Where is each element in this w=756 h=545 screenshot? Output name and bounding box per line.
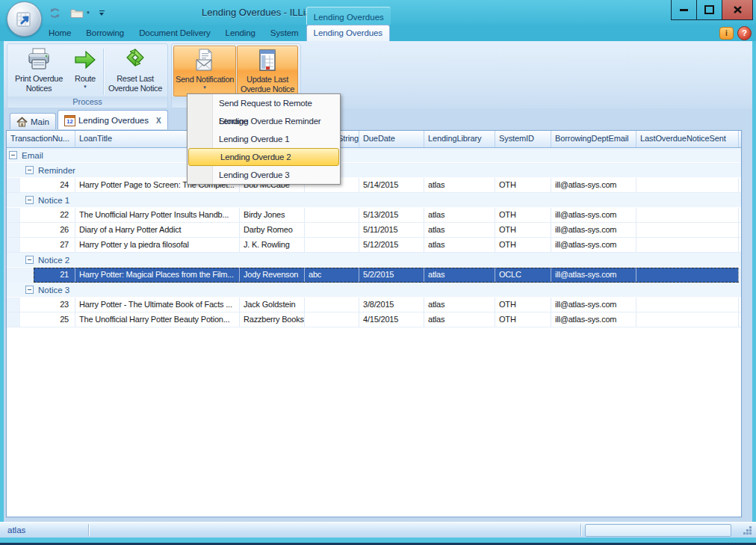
cell-string	[305, 223, 359, 237]
data-row-25[interactable]: 25The Unofficial Harry Potter Beauty Pot…	[7, 312, 741, 327]
refresh-icon	[49, 7, 61, 19]
minimize-icon	[680, 9, 688, 11]
cell-systemid: OCLC	[495, 268, 551, 282]
lending-overdues-grid: TransactionNu...LoanTitleStringDueDateLe…	[6, 130, 742, 517]
ribbon-tab-system[interactable]: System	[263, 25, 306, 41]
group-row-email[interactable]: Email	[7, 148, 741, 163]
group-label: Notice 2	[38, 256, 69, 265]
close-button[interactable]	[722, 0, 753, 20]
minimize-button[interactable]	[671, 0, 697, 20]
ribbon-tab-row: HomeBorrowingDocument DeliveryLendingSys…	[0, 25, 756, 41]
cell-lastoverduenoticesent	[636, 238, 739, 252]
title-bar: ▼ Lending Overdues - ILLiad Client Lendi…	[0, 0, 756, 25]
group-row-reminder[interactable]: Reminder	[7, 163, 741, 178]
cell-duedate: 3/8/2015	[359, 298, 424, 312]
app-menu-button[interactable]	[7, 1, 42, 37]
ribbon-tab-borrowing[interactable]: Borrowing	[78, 25, 131, 41]
ribbon-tab-home[interactable]: Home	[41, 25, 78, 41]
column-header-transactionnu[interactable]: TransactionNu...	[7, 131, 75, 147]
cell-lendinglibrary: atlas	[424, 238, 495, 252]
ribbon-tab-lending-overdues[interactable]: Lending Overdues	[306, 25, 390, 42]
menu-item-lending-overdue-3[interactable]: Lending Overdue 3	[188, 166, 340, 184]
data-row-27[interactable]: 27Harry Potter y la piedra filosofalJ. K…	[7, 238, 741, 253]
cell-transactionnu: 25	[7, 312, 75, 327]
cell-string	[305, 312, 359, 327]
collapse-icon[interactable]	[25, 166, 34, 174]
row-cells: 21Harry Potter: Magical Places from the …	[7, 268, 741, 283]
cell-loantitle: Harry Potter: Magical Places from the Fi…	[75, 268, 240, 282]
illiad-window: ▼ Lending Overdues - ILLiad Client Lendi…	[0, 0, 756, 545]
data-row-22[interactable]: 22The Unofficial Harry Potter Insults Ha…	[7, 208, 741, 223]
cell-loantitle: Harry Potter - The Ultimate Book of Fact…	[75, 298, 240, 312]
cell-col-2: Jack Goldstein	[240, 298, 305, 312]
dropdown-arrow-icon: ▼	[202, 85, 207, 90]
column-header-borrowingdeptemail[interactable]: BorrowingDeptEmail	[551, 131, 636, 147]
group-row-notice-3[interactable]: Notice 3	[7, 283, 741, 298]
button-label: Send Notification	[176, 75, 234, 84]
ribbon-tab-lending[interactable]: Lending	[218, 25, 263, 41]
tab-main[interactable]: Main	[10, 113, 56, 130]
cell-transactionnu: 22	[7, 208, 75, 222]
menu-item-lending-overdue-1[interactable]: Lending Overdue 1	[188, 130, 340, 148]
data-row-26[interactable]: 26Diary of a Harry Potter AddictDarby Ro…	[7, 223, 741, 238]
cell-systemid: OTH	[495, 208, 551, 222]
refresh-button[interactable]	[46, 4, 63, 21]
collapse-icon[interactable]	[25, 256, 34, 264]
update-last-overdue-notice-button[interactable]: Update Last Overdue Notice	[237, 46, 298, 96]
tab-lending-overdues[interactable]: 12 Lending Overdues X	[58, 110, 168, 130]
send-notification-icon	[192, 49, 217, 73]
grid-header-row: TransactionNu...LoanTitleStringDueDateLe…	[7, 131, 741, 148]
ribbon: Print Overdue Notices Route ▼	[4, 41, 752, 110]
collapse-icon[interactable]	[25, 196, 34, 204]
menu-item-lending-overdue-2[interactable]: Lending Overdue 2	[188, 148, 339, 166]
cell-loantitle: Harry Potter y la piedra filosofal	[75, 238, 240, 252]
reset-last-overdue-notice-button[interactable]: Reset Last Overdue Notice	[105, 46, 166, 96]
row-cells: 24Harry Potter Page to Screen: The Compl…	[7, 178, 741, 192]
status-divider	[580, 524, 582, 536]
status-divider	[88, 524, 90, 536]
collapse-icon[interactable]	[9, 151, 17, 159]
open-form-button[interactable]: ▼	[68, 4, 93, 21]
maximize-button[interactable]	[697, 0, 722, 20]
update-spreadsheet-icon	[255, 49, 280, 73]
column-header-lendinglibrary[interactable]: LendingLibrary	[424, 131, 495, 147]
cell-lendinglibrary: atlas	[424, 268, 495, 282]
button-label: Update Last Overdue Notice	[238, 75, 297, 94]
tab-label: Main	[31, 117, 49, 126]
cell-systemid: OTH	[495, 238, 551, 252]
row-cells: 27Harry Potter y la piedra filosofalJ. K…	[7, 238, 741, 252]
data-row-23[interactable]: 23Harry Potter - The Ultimate Book of Fa…	[7, 298, 741, 312]
send-notification-button[interactable]: Send Notification ▼	[173, 46, 236, 96]
menu-item-send-request-to-remote-storage[interactable]: Send Request to Remote Storage	[188, 94, 340, 112]
route-button[interactable]: Route ▼	[69, 46, 101, 96]
ribbon-tab-document-delivery[interactable]: Document Delivery	[131, 25, 217, 41]
collapse-icon[interactable]	[25, 286, 34, 294]
folder-dropdown-arrow-icon: ▼	[86, 10, 90, 15]
group-row-notice-2[interactable]: Notice 2	[7, 253, 741, 268]
cell-duedate: 5/11/2015	[359, 223, 424, 237]
data-row-24[interactable]: 24Harry Potter Page to Screen: The Compl…	[7, 178, 741, 193]
column-header-duedate[interactable]: DueDate	[359, 131, 424, 147]
resize-grip[interactable]	[743, 526, 752, 535]
tab-close-icon[interactable]: X	[156, 117, 161, 125]
cell-lendinglibrary: atlas	[424, 312, 495, 327]
menu-item-lending-overdue-reminder[interactable]: Lending Overdue Reminder	[188, 112, 340, 130]
cell-lastoverduenoticesent	[636, 223, 739, 237]
about-icon[interactable]: i	[719, 27, 734, 40]
group-row-notice-1[interactable]: Notice 1	[7, 193, 741, 208]
data-row-21[interactable]: 21Harry Potter: Magical Places from the …	[7, 268, 741, 283]
print-overdue-notices-button[interactable]: Print Overdue Notices	[9, 46, 69, 96]
cell-string	[305, 298, 359, 312]
help-icon[interactable]: ?	[737, 26, 752, 40]
column-header-lastoverduenoticesent[interactable]: LastOverdueNoticeSent	[636, 131, 739, 147]
customize-qat-button[interactable]	[97, 4, 108, 21]
ribbon-help-area: i ?	[719, 26, 752, 40]
ribbon-group-process: Print Overdue Notices Route ▼	[7, 43, 168, 108]
status-progress-panel	[585, 524, 731, 537]
column-header-systemid[interactable]: SystemID	[495, 131, 551, 147]
cell-lastoverduenoticesent	[636, 268, 739, 282]
cell-string	[305, 238, 359, 252]
cell-borrowingdeptemail: ill@atlas-sys.com	[551, 238, 636, 252]
group-label-process: Process	[7, 96, 167, 108]
row-cells: 26Diary of a Harry Potter AddictDarby Ro…	[7, 223, 741, 237]
